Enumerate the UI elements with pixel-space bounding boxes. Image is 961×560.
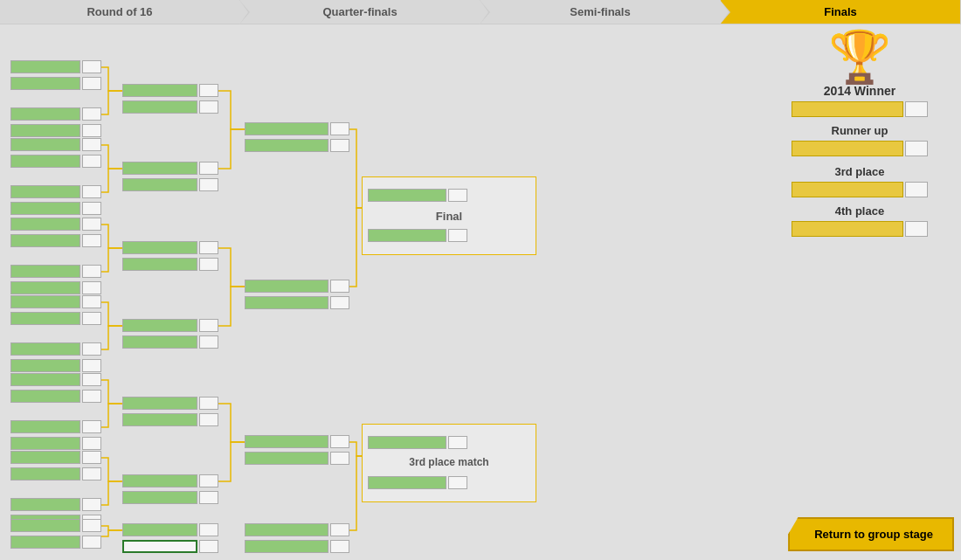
- winner-score: [905, 101, 928, 117]
- runner-up-label: Runner up: [832, 124, 888, 137]
- third-place-box: 3rd place match: [362, 424, 536, 502]
- final-team2: [368, 228, 467, 243]
- sf-match-3: [245, 434, 349, 466]
- tab-quarter-finals[interactable]: Quarter-finals: [240, 0, 480, 24]
- runner-up-bar-row: [792, 141, 928, 156]
- r16-match-1: [10, 59, 101, 91]
- third-bar-row: [792, 182, 928, 197]
- r16-match-9: [10, 372, 101, 404]
- sf-match-2: [245, 279, 349, 310]
- third-place-label: 3rd place match: [409, 456, 488, 468]
- r16-match-11: [10, 450, 101, 481]
- tab-round-of-16[interactable]: Round of 16: [0, 0, 240, 24]
- fourth-place-label: 4th place: [835, 204, 884, 218]
- r16-match-5: [10, 217, 101, 248]
- r16-match-8: [10, 342, 101, 373]
- qf-match-2: [122, 161, 218, 192]
- fourth-bar: [792, 221, 903, 237]
- final-label: Final: [436, 210, 462, 223]
- runner-up-score: [905, 141, 928, 156]
- fourth-score: [905, 221, 928, 237]
- winner-bar: [792, 101, 903, 117]
- r16-match-2: [10, 107, 101, 138]
- qf-match-5: [122, 396, 218, 427]
- runner-up-bar: [792, 141, 903, 156]
- sf-match-1: [245, 121, 349, 153]
- stage-tabs: Round of 16 Quarter-finals Semi-finals F…: [0, 0, 961, 24]
- r16-match-3: [10, 137, 101, 169]
- r16-match-13: [10, 518, 101, 550]
- right-panel: 🏆 2014 Winner Runner up 3rd place 4th pl…: [764, 31, 956, 237]
- r16-match-4: [10, 184, 101, 216]
- r16-match-7: [10, 294, 101, 326]
- winner-bar-row: [792, 101, 928, 117]
- qf-match-4: [122, 318, 218, 349]
- r16-match-6: [10, 264, 101, 295]
- third-score: [905, 182, 928, 197]
- third-team2: [368, 475, 467, 490]
- return-to-group-button[interactable]: Return to group stage: [788, 517, 954, 551]
- qf-match-6: [122, 474, 218, 505]
- qf-match-7: [122, 522, 218, 554]
- trophy-icon: 🏆: [828, 31, 891, 82]
- third-team1: [368, 435, 467, 450]
- r16-match-10: [10, 419, 101, 451]
- final-team1: [368, 188, 467, 203]
- fourth-bar-row: [792, 221, 928, 237]
- sf-match-4: [245, 522, 349, 554]
- winner-label: 2014 Winner: [824, 84, 895, 98]
- tab-semi-finals[interactable]: Semi-finals: [480, 0, 721, 24]
- qf-match-1: [122, 83, 218, 114]
- final-match-box: Final: [362, 176, 536, 255]
- third-place-label-right: 3rd place: [834, 165, 884, 178]
- third-bar: [792, 182, 903, 197]
- tab-finals[interactable]: Finals: [721, 0, 961, 24]
- qf-match-3: [122, 240, 218, 272]
